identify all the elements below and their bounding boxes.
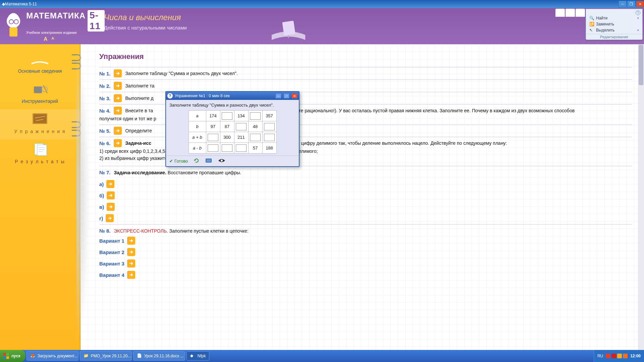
open-exercise-button[interactable] <box>127 259 135 267</box>
eye-button[interactable] <box>218 158 225 164</box>
answer-input[interactable] <box>250 134 261 141</box>
taskbar-item[interactable]: 📁РМО_Урок 29.11.20... <box>80 351 132 361</box>
sidebar-item-results[interactable]: Р е з у л ь т а т ы <box>0 139 80 170</box>
start-button[interactable]: пуск <box>0 350 25 362</box>
tray-icon[interactable] <box>623 354 628 358</box>
start-label: пуск <box>11 354 20 358</box>
tray-icons[interactable] <box>606 354 628 358</box>
exercise-text: Заполните та <box>125 83 154 88</box>
sub-item-label: в) <box>99 204 104 210</box>
tray-icon[interactable] <box>606 354 610 358</box>
replace-label: Заменить <box>596 22 614 26</box>
select-button[interactable]: ↖ Выделить ▾ <box>588 27 640 33</box>
sidebar-item-basics[interactable]: Основные сведения <box>0 49 80 79</box>
table-cell <box>234 143 248 154</box>
language-indicator[interactable]: RU <box>597 354 603 358</box>
table-cell <box>262 121 276 132</box>
font-decrease-button[interactable]: A <box>52 36 54 42</box>
find-button[interactable]: 🔍 Найти ▾ <box>588 15 640 21</box>
dialog-close-button[interactable]: ✕ <box>291 93 298 99</box>
table-cell <box>206 143 220 154</box>
ribbon-tab[interactable] <box>566 9 575 17</box>
ribbon-tab[interactable] <box>555 9 565 17</box>
open-exercise-button[interactable] <box>114 69 122 77</box>
exercise-text: Определите <box>125 128 152 133</box>
svg-rect-4 <box>282 21 295 36</box>
clock[interactable]: 12:00 <box>630 354 641 358</box>
open-exercise-button[interactable] <box>114 127 122 135</box>
dialog-minimize-button[interactable]: ─ <box>275 93 281 99</box>
sidebar-item-tools[interactable]: Инструментарий <box>0 79 80 109</box>
answer-input[interactable] <box>264 123 275 130</box>
exercise-number: № 6. <box>99 140 110 146</box>
answer-input[interactable] <box>208 134 218 141</box>
answer-input[interactable] <box>264 134 275 141</box>
exercise-row: № 1. Заполните таблицу "Сумма и разность… <box>99 67 632 79</box>
svg-rect-5 <box>34 86 42 93</box>
table-cell: 188 <box>262 143 276 154</box>
answer-input[interactable] <box>222 112 232 120</box>
folder-icon: 📁 <box>84 353 89 359</box>
maximize-button[interactable]: ❐ <box>627 1 635 7</box>
dropdown-arrow-icon: ▾ <box>637 28 639 32</box>
open-exercise-button[interactable] <box>127 237 135 245</box>
taskbar-item-label: Загрузить документ... <box>38 354 77 358</box>
dialog-maximize-button[interactable]: □ <box>283 93 289 99</box>
help-button[interactable]: ? <box>636 10 640 15</box>
tools-icon <box>30 81 50 97</box>
exercise-table: a 174 134 357 b 97 87 48 a + b 300 211 <box>189 110 277 154</box>
blackboard-icon <box>30 111 50 127</box>
open-exercise-button[interactable] <box>114 94 122 102</box>
tray-icon[interactable] <box>611 354 616 358</box>
open-exercise-button[interactable] <box>127 248 135 256</box>
ribbon-group-label: Редактирование <box>586 34 642 40</box>
minimize-button[interactable]: ─ <box>619 1 627 7</box>
done-button[interactable]: ✔Готово <box>169 159 188 164</box>
font-increase-button[interactable]: A <box>44 36 48 42</box>
replace-button[interactable]: 🔁 Заменить <box>588 21 640 27</box>
open-exercise-button[interactable] <box>114 82 122 90</box>
answer-input[interactable] <box>236 144 247 152</box>
table-cell: 57 <box>248 143 262 154</box>
vertical-scrollbar[interactable] <box>638 44 644 350</box>
taskbar-item[interactable]: 📄Урок 29.11.16.docx ... <box>133 351 185 361</box>
dialog-titlebar[interactable]: ? Упражнение №1 : 0 мин 8 сек ─ □ ✕ <box>166 92 299 100</box>
open-exercise-button[interactable] <box>107 203 115 211</box>
variant-label: Вариант 2 <box>99 249 124 255</box>
taskbar-item[interactable]: 🦊Загрузить документ... <box>26 351 78 361</box>
table-cell <box>206 132 220 143</box>
taskbar-item[interactable]: ◆Nfpk <box>186 351 210 361</box>
ribbon-tab[interactable] <box>576 9 585 17</box>
exercise-number: № 5. <box>99 128 110 134</box>
svg-point-13 <box>221 160 223 162</box>
open-exercise-button[interactable] <box>106 214 114 222</box>
open-exercise-button[interactable] <box>114 107 122 115</box>
table-row: a 174 134 357 <box>189 111 276 121</box>
table-cell: 357 <box>262 111 276 121</box>
open-exercise-button[interactable] <box>114 139 122 147</box>
close-button[interactable]: ✕ <box>636 1 644 7</box>
mascot-icon <box>3 10 24 40</box>
variant-label: Вариант 1 <box>99 238 124 244</box>
open-book-icon <box>30 51 50 67</box>
svg-rect-15 <box>6 353 9 356</box>
row-header: b <box>189 121 206 132</box>
open-exercise-button[interactable] <box>127 271 135 279</box>
replace-icon: 🔁 <box>589 22 594 26</box>
answer-input[interactable] <box>222 144 232 152</box>
answer-input[interactable] <box>208 144 218 152</box>
answer-input[interactable] <box>236 123 247 130</box>
answer-input[interactable] <box>250 112 261 120</box>
exercise-number: № 8. <box>99 228 110 234</box>
app-header: МАТЕМАТИКА 5-11 Учебное электронное изда… <box>0 8 644 44</box>
select-label: Выделить <box>596 28 614 33</box>
open-exercise-button[interactable] <box>107 191 115 199</box>
svg-rect-14 <box>3 353 6 356</box>
keyboard-button[interactable] <box>205 158 212 164</box>
refresh-button[interactable] <box>194 158 199 164</box>
exercise-number: № 3. <box>99 96 110 101</box>
tray-icon[interactable] <box>617 354 622 358</box>
sidebar-item-exercises[interactable]: У п р а ж н е н и я <box>0 109 80 139</box>
sub-item-label: г) <box>99 216 103 221</box>
open-exercise-button[interactable] <box>106 180 114 188</box>
